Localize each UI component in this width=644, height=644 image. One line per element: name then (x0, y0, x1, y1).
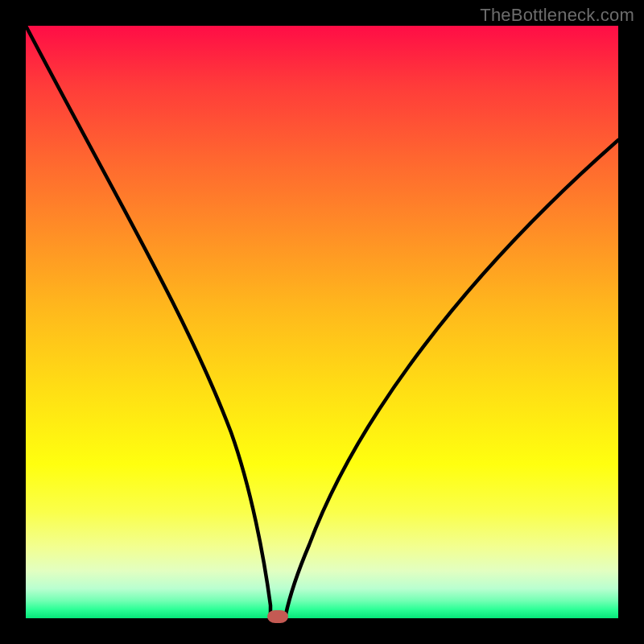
optimum-marker (267, 610, 288, 623)
chart-frame: TheBottleneck.com (0, 0, 644, 644)
bottleneck-curve (26, 26, 618, 618)
watermark-text: TheBottleneck.com (480, 5, 634, 26)
plot-area (26, 26, 618, 618)
